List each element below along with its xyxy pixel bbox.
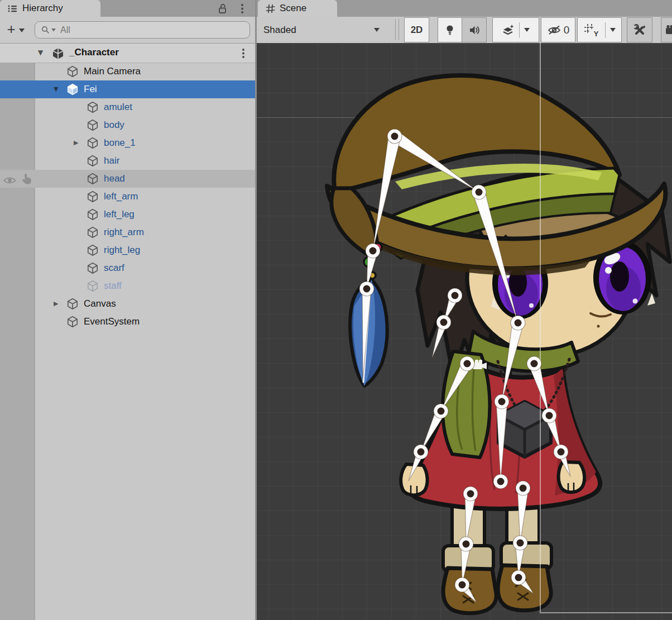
- expand-caret-icon[interactable]: ▼: [54, 80, 58, 98]
- bone-joint-center: [558, 449, 565, 456]
- hierarchy-row-fei[interactable]: ▼Fei: [0, 80, 256, 98]
- object-label: Fei: [84, 80, 97, 98]
- bone-joint-center: [440, 319, 448, 326]
- hidden-objects-button[interactable]: 0: [541, 17, 575, 42]
- collapse-caret-icon[interactable]: ▶: [54, 295, 58, 313]
- object-label: bone_1: [104, 134, 136, 152]
- bone-joint-center: [363, 285, 371, 293]
- hierarchy-row-main-camera[interactable]: Main Camera: [0, 63, 256, 80]
- grid-settings-button[interactable]: Y: [577, 17, 622, 42]
- bone-joint-center: [546, 412, 553, 419]
- hierarchy-row-body[interactable]: body: [0, 116, 256, 134]
- grid-axis-letter: Y: [594, 30, 599, 38]
- scene-viewport[interactable]: [257, 43, 672, 620]
- hierarchy-row-amulet[interactable]: amulet: [0, 98, 256, 116]
- cube-icon: [86, 190, 99, 203]
- hierarchy-row-right-leg[interactable]: right_leg: [0, 241, 256, 259]
- bone[interactable]: [391, 131, 479, 192]
- audio-toggle-button[interactable]: [462, 17, 487, 42]
- hierarchy-row-eventsystem[interactable]: EventSystem: [0, 313, 256, 331]
- cube-icon: [86, 172, 99, 185]
- tab-scene[interactable]: Scene: [258, 0, 337, 17]
- bone-joint-center: [452, 292, 459, 299]
- bone-joint-center: [459, 581, 466, 589]
- bone[interactable]: [373, 135, 401, 251]
- hierarchy-row-staff[interactable]: staff: [0, 277, 256, 295]
- bone-joint-center: [391, 133, 399, 140]
- cube-icon: [86, 244, 99, 257]
- cube-icon: [66, 315, 79, 328]
- shading-mode-label: Shaded: [263, 25, 296, 36]
- bone[interactable]: [502, 322, 524, 402]
- scene-toolbar: Shaded 2D: [257, 17, 672, 44]
- bone-joint-center: [498, 398, 506, 406]
- bone-joint-center: [464, 360, 471, 368]
- bone-joint-center: [467, 490, 474, 498]
- hierarchy-row-head[interactable]: head: [0, 170, 256, 188]
- object-label: hair: [104, 152, 119, 170]
- cube-icon: [86, 226, 99, 239]
- cube-icon: [86, 101, 99, 114]
- bone-joint-center: [497, 478, 505, 485]
- bone-joint-center: [438, 408, 445, 415]
- object-label: scarf: [104, 259, 124, 277]
- bone-joint-center: [417, 449, 425, 456]
- bone-joint-center: [531, 360, 538, 368]
- hidden-count-label: 0: [564, 24, 570, 36]
- cube-icon: [86, 154, 99, 168]
- eye-icon[interactable]: [3, 172, 17, 185]
- hierarchy-row-right-arm[interactable]: right_arm: [0, 223, 256, 241]
- customize-tools-button[interactable]: [627, 17, 652, 42]
- lighting-toggle-button[interactable]: [438, 17, 462, 42]
- hierarchy-row-left-leg[interactable]: left_leg: [0, 206, 256, 223]
- bulb-icon: [444, 24, 455, 36]
- object-label: right_arm: [104, 223, 144, 241]
- bone-joint-center: [515, 574, 522, 581]
- prefab-cube-icon: [66, 83, 79, 96]
- object-label: staff: [104, 277, 122, 295]
- object-label: head: [104, 170, 125, 188]
- bone[interactable]: [362, 289, 371, 379]
- cube-icon: [86, 118, 99, 132]
- bone-gizmos[interactable]: [257, 43, 672, 620]
- tab-scene-label: Scene: [280, 3, 306, 14]
- object-label: left_leg: [104, 206, 135, 223]
- pick-hand-icon[interactable]: [20, 172, 34, 185]
- hierarchy-row-bone-1[interactable]: ▶bone_1: [0, 134, 256, 152]
- effects-caret-icon[interactable]: [524, 28, 530, 32]
- scene-tabbar: Scene: [257, 0, 672, 17]
- object-label: Canvas: [84, 295, 116, 313]
- hierarchy-tree: Main Camera▼Feiamuletbody▶bone_1hairhead…: [0, 0, 256, 620]
- object-label: EventSystem: [84, 313, 140, 331]
- audio-icon: [468, 25, 481, 36]
- scene-camera-button[interactable]: [661, 17, 672, 42]
- shading-mode-dropdown[interactable]: Shaded: [257, 17, 394, 42]
- object-label: left_arm: [104, 188, 138, 206]
- camera-icon: [665, 25, 672, 36]
- camera-gizmo-icon[interactable]: [473, 360, 487, 369]
- effects-dropdown-button[interactable]: [492, 17, 539, 42]
- bone[interactable]: [496, 402, 507, 481]
- bone-joint-center: [463, 541, 470, 548]
- collapse-caret-icon[interactable]: ▶: [74, 134, 78, 152]
- eye-off-icon: [547, 25, 561, 36]
- hierarchy-row-canvas[interactable]: ▶Canvas: [0, 295, 256, 313]
- object-label: body: [104, 116, 124, 134]
- tools-icon: [633, 23, 646, 37]
- bone-joint-center: [515, 319, 522, 327]
- hierarchy-row-hair[interactable]: hair: [0, 152, 256, 170]
- bone-joint-center: [476, 189, 483, 196]
- cube-icon: [66, 297, 79, 311]
- hierarchy-row-scarf[interactable]: scarf: [0, 259, 256, 277]
- 2d-toggle-button[interactable]: 2D: [404, 17, 429, 42]
- bone[interactable]: [517, 488, 529, 543]
- bone[interactable]: [473, 190, 518, 323]
- grid-axis-icon: Y: [584, 23, 597, 37]
- scene-panel: Scene Shaded 2D: [257, 0, 672, 620]
- object-label: amulet: [104, 98, 132, 116]
- grid-caret-icon[interactable]: [610, 28, 616, 32]
- hierarchy-row-left-arm[interactable]: left_arm: [0, 188, 256, 206]
- bone-joint-center: [520, 485, 527, 492]
- cube-icon: [86, 208, 99, 221]
- effects-icon: [502, 25, 515, 36]
